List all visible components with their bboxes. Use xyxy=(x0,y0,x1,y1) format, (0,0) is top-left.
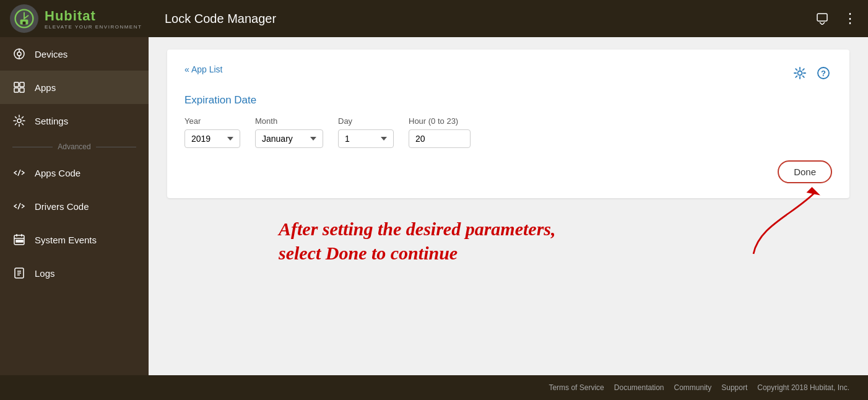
hour-input[interactable]: 20 xyxy=(409,129,471,148)
logo-area: Hubitat Elevate Your Environment xyxy=(10,4,158,33)
svg-rect-2 xyxy=(23,22,26,25)
month-select[interactable]: January February March April May June Ju… xyxy=(255,129,323,148)
footer-terms[interactable]: Terms of Service xyxy=(549,383,604,392)
main-card: « App List ? xyxy=(167,50,849,198)
day-select[interactable]: 1 2345 6789 10111213 14151617 18192021 2… xyxy=(338,129,394,148)
hour-label: Hour (0 to 23) xyxy=(409,116,471,126)
advanced-divider: Advanced xyxy=(0,137,149,156)
brand-tagline: Elevate Your Environment xyxy=(45,24,142,30)
sidebar-item-settings[interactable]: Settings xyxy=(0,104,149,137)
month-label: Month xyxy=(255,116,323,126)
footer-support[interactable]: Support xyxy=(721,383,747,392)
svg-text:?: ? xyxy=(821,69,826,78)
year-select[interactable]: 2018 2019 2020 2021 2022 xyxy=(184,129,240,148)
sidebar: Devices Apps Settings xyxy=(0,37,149,375)
sidebar-item-drivers-code[interactable]: Drivers Code xyxy=(0,189,149,223)
svg-line-14 xyxy=(18,203,20,209)
settings-icon xyxy=(12,114,26,128)
logs-label: Logs xyxy=(35,268,55,279)
day-group: Day 1 2345 6789 10111213 14151617 181920… xyxy=(338,116,394,148)
footer-copyright: Copyright 2018 Hubitat, Inc. xyxy=(757,383,849,392)
year-label: Year xyxy=(184,116,240,126)
svg-rect-11 xyxy=(20,88,24,92)
day-label: Day xyxy=(338,116,394,126)
main-layout: Devices Apps Settings xyxy=(0,37,868,375)
svg-point-26 xyxy=(798,71,802,76)
devices-icon xyxy=(12,47,26,61)
card-header-row: « App List ? xyxy=(184,64,832,82)
top-header: Hubitat Elevate Your Environment Lock Co… xyxy=(0,0,868,37)
svg-rect-10 xyxy=(14,88,19,92)
sidebar-item-apps-code[interactable]: Apps Code xyxy=(0,156,149,189)
annotation-arrow xyxy=(726,180,837,272)
page-title: Lock Code Manager xyxy=(158,12,814,26)
apps-icon xyxy=(12,80,26,94)
gear-icon[interactable] xyxy=(791,64,809,82)
drivers-code-icon xyxy=(12,199,26,213)
app-list-link[interactable]: « App List xyxy=(184,64,223,74)
svg-line-13 xyxy=(18,170,20,176)
help-icon[interactable]: ? xyxy=(815,64,832,82)
svg-rect-19 xyxy=(16,240,18,242)
svg-rect-3 xyxy=(817,14,827,21)
settings-label: Settings xyxy=(35,116,68,126)
sidebar-item-apps[interactable]: Apps xyxy=(0,71,149,104)
logo-icon xyxy=(10,4,38,33)
form-row: Year 2018 2019 2020 2021 2022 Month Janu… xyxy=(184,116,832,148)
year-group: Year 2018 2019 2020 2021 2022 xyxy=(184,116,240,148)
card-header-icons: ? xyxy=(791,64,832,82)
section-title: Expiration Date xyxy=(184,94,832,107)
apps-code-icon xyxy=(12,166,26,180)
system-events-icon xyxy=(12,233,26,246)
footer: Terms of Service Documentation Community… xyxy=(0,375,868,400)
svg-rect-9 xyxy=(20,82,24,87)
logo-text: Hubitat Elevate Your Environment xyxy=(45,8,142,30)
hour-group: Hour (0 to 23) 20 xyxy=(409,116,471,148)
svg-point-5 xyxy=(17,52,21,56)
brand-name: Hubitat xyxy=(45,8,142,24)
sidebar-item-devices[interactable]: Devices xyxy=(0,37,149,71)
sidebar-item-system-events[interactable]: System Events xyxy=(0,223,149,256)
svg-rect-21 xyxy=(21,240,23,242)
header-icons: ⋮ xyxy=(814,10,858,27)
svg-point-12 xyxy=(17,119,21,123)
svg-rect-20 xyxy=(19,240,20,242)
footer-community[interactable]: Community xyxy=(674,383,712,392)
system-events-label: System Events xyxy=(35,235,97,245)
drivers-code-label: Drivers Code xyxy=(35,201,89,212)
sidebar-item-logs[interactable]: Logs xyxy=(0,256,149,290)
more-menu-icon[interactable]: ⋮ xyxy=(841,10,858,27)
svg-rect-8 xyxy=(14,82,19,87)
logs-icon xyxy=(12,266,26,280)
content-area: « App List ? xyxy=(149,37,868,375)
annotation-area: After setting the desired parameters, se… xyxy=(167,198,849,271)
footer-docs[interactable]: Documentation xyxy=(614,383,664,392)
apps-code-label: Apps Code xyxy=(35,168,80,178)
apps-label: Apps xyxy=(35,82,56,93)
devices-label: Devices xyxy=(35,49,67,59)
month-group: Month January February March April May J… xyxy=(255,116,323,148)
chat-icon[interactable] xyxy=(814,10,831,27)
